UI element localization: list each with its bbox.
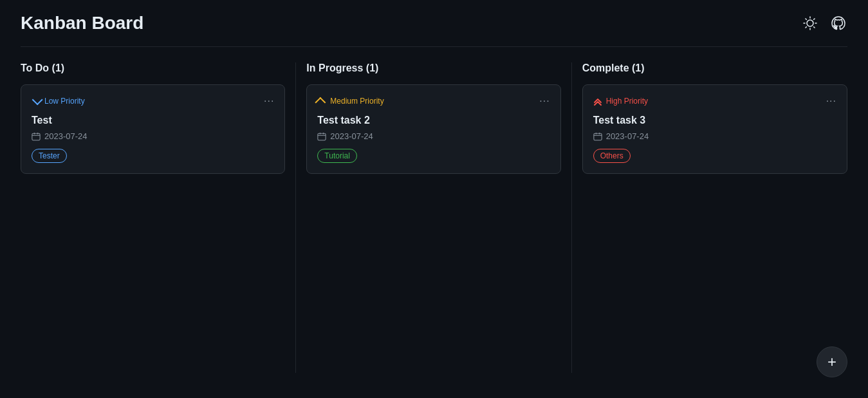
priority-badge-high: High Priority bbox=[593, 97, 648, 106]
card-title: Test task 2 bbox=[317, 115, 549, 126]
theme-toggle-button[interactable] bbox=[801, 14, 819, 32]
card-tag: Others bbox=[593, 149, 631, 163]
card-test: Low Priority ··· Test 2023-07-24 Tester bbox=[21, 84, 285, 174]
column-inprogress: In Progress (1) Medium Priority ··· Test… bbox=[296, 62, 571, 373]
calendar-icon bbox=[593, 132, 602, 141]
card-more-button[interactable]: ··· bbox=[826, 95, 836, 107]
column-todo-title: To Do (1) bbox=[21, 62, 285, 74]
add-task-button[interactable]: + bbox=[817, 346, 847, 377]
card-top: Medium Priority ··· bbox=[317, 95, 549, 107]
column-inprogress-title: In Progress (1) bbox=[306, 62, 560, 74]
priority-label: High Priority bbox=[606, 97, 648, 106]
github-link-button[interactable] bbox=[829, 14, 847, 32]
card-date: 2023-07-24 bbox=[593, 131, 836, 141]
priority-label: Medium Priority bbox=[330, 97, 383, 106]
priority-badge-low: Low Priority bbox=[32, 97, 85, 106]
kanban-board: To Do (1) Low Priority ··· Test bbox=[0, 47, 868, 388]
card-date-value: 2023-07-24 bbox=[606, 131, 649, 141]
calendar-icon bbox=[32, 132, 41, 141]
svg-rect-9 bbox=[32, 133, 40, 140]
app-header: Kanban Board bbox=[0, 0, 868, 46]
priority-label: Low Priority bbox=[44, 97, 85, 106]
column-complete-title: Complete (1) bbox=[582, 62, 847, 74]
github-icon bbox=[831, 15, 846, 31]
chevron-up-icon bbox=[317, 97, 326, 106]
card-date-value: 2023-07-24 bbox=[330, 131, 373, 141]
card-more-button[interactable]: ··· bbox=[539, 95, 549, 107]
svg-rect-13 bbox=[318, 133, 326, 140]
card-top: High Priority ··· bbox=[593, 95, 836, 107]
svg-point-0 bbox=[807, 20, 813, 26]
card-more-button[interactable]: ··· bbox=[264, 95, 274, 107]
card-top: Low Priority ··· bbox=[32, 95, 274, 107]
card-test-task-3: High Priority ··· Test task 3 2023-07-24… bbox=[582, 84, 847, 174]
card-tag: Tutorial bbox=[317, 149, 357, 163]
calendar-icon bbox=[317, 132, 326, 141]
double-chevron-up-icon bbox=[593, 97, 602, 106]
page-title: Kanban Board bbox=[21, 13, 143, 33]
card-date: 2023-07-24 bbox=[317, 131, 549, 141]
svg-line-6 bbox=[814, 27, 815, 28]
priority-badge-medium: Medium Priority bbox=[317, 97, 383, 106]
svg-line-8 bbox=[814, 19, 815, 19]
card-title: Test task 3 bbox=[593, 115, 836, 126]
column-todo: To Do (1) Low Priority ··· Test bbox=[21, 62, 296, 373]
header-actions bbox=[801, 14, 847, 32]
card-tag: Tester bbox=[32, 149, 67, 163]
column-complete: Complete (1) High Priority ··· Test task… bbox=[572, 62, 847, 373]
card-title: Test bbox=[32, 115, 274, 126]
sun-icon bbox=[802, 15, 818, 31]
card-date: 2023-07-24 bbox=[32, 131, 274, 141]
svg-rect-17 bbox=[594, 133, 602, 140]
chevron-down-icon bbox=[32, 97, 41, 106]
card-date-value: 2023-07-24 bbox=[44, 131, 88, 141]
svg-line-7 bbox=[806, 27, 806, 28]
svg-line-5 bbox=[806, 19, 806, 19]
double-chevron-icon bbox=[593, 97, 602, 106]
card-test-task-2: Medium Priority ··· Test task 2 2023-07-… bbox=[306, 84, 560, 174]
